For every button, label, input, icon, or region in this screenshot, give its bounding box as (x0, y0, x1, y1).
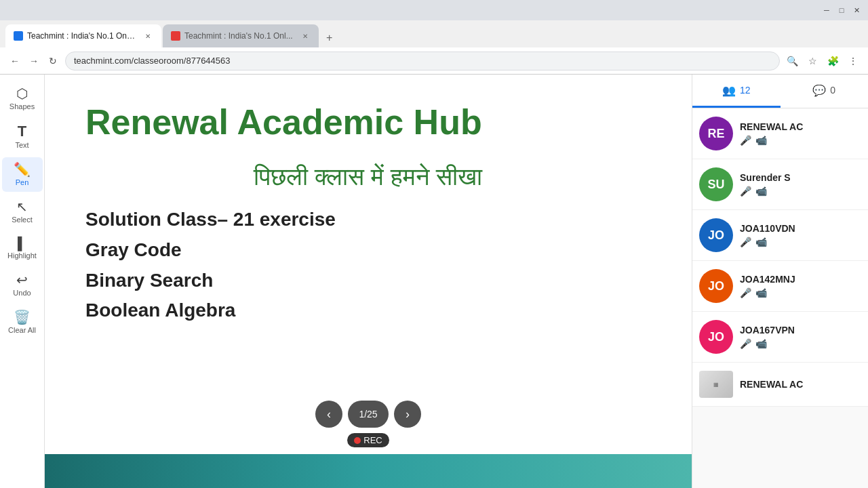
participant-info-p3: JOA110VDN 🎤 📹 (740, 223, 861, 247)
tab-label-1: Teachmint : India's No.1 Online... (27, 31, 136, 41)
participant-icons-p4: 🎤 📹 (740, 287, 861, 298)
new-tab-btn[interactable]: + (320, 28, 339, 47)
tool-highlight[interactable]: ▌ Highlight (2, 232, 43, 265)
list-item-1: Gray Code (85, 235, 651, 266)
participant-name-p3: JOA110VDN (740, 223, 861, 234)
canvas-area: Renewal Academic Hub पिछली क्लास में हमन… (45, 75, 692, 488)
participants-tab[interactable]: 👥 12 (692, 75, 781, 108)
participant-name-p1: RENEWAL AC (740, 121, 861, 132)
tab-favicon-1 (14, 31, 23, 41)
slide-controls: ‹ 1/25 › REC (315, 401, 421, 447)
list-item: JO JOA167VPN 🎤 📹 (692, 312, 868, 363)
avatar-initials-p5: JO (708, 330, 724, 344)
avatar-p1: RE (699, 117, 733, 150)
tab-close-2[interactable]: ✕ (300, 30, 311, 41)
cam-icon-p3: 📹 (755, 237, 767, 247)
slide-list: Solution Class– 21 exercise Gray Code Bi… (85, 205, 651, 326)
list-item-0: Solution Class– 21 exercise (85, 205, 651, 235)
list-item-3: Boolean Algebra (85, 296, 651, 326)
avatar-p4: JO (699, 269, 733, 303)
tab-1[interactable]: Teachmint : India's No.1 Online... ✕ (5, 24, 161, 47)
tool-shapes[interactable]: ⬡ Shapes (2, 81, 43, 116)
mic-icon-p5: 🎤 (740, 338, 751, 349)
tool-pen[interactable]: ✏️ Pen (2, 157, 43, 192)
right-panel: 👥 12 💬 0 RE RENEWAL AC 🎤 📹 (692, 75, 868, 488)
tab-label-2: Teachmint : India's No.1 Onl... (184, 31, 293, 41)
participant-name-p2: Surender S (740, 172, 861, 183)
avatar-p2: SU (699, 167, 733, 201)
minimize-btn[interactable]: ─ (821, 4, 833, 16)
close-btn[interactable]: ✕ (850, 4, 863, 16)
tool-select[interactable]: ↖ Select (2, 195, 43, 229)
text-label: Text (15, 141, 28, 149)
comments-count: 0 (830, 85, 835, 96)
select-icon: ↖ (16, 200, 28, 214)
list-item: RE RENEWAL AC 🎤 📹 (692, 108, 868, 159)
slide-decoration (45, 454, 692, 488)
rec-label: REC (363, 435, 382, 445)
tab-2[interactable]: Teachmint : India's No.1 Onl... ✕ (163, 24, 319, 47)
participant-name-p5: JOA167VPN (740, 325, 861, 336)
address-bar: ← → ↻ teachmint.com/classeoroom/87764456… (0, 47, 868, 75)
shapes-label: Shapes (9, 102, 35, 110)
menu-icon[interactable]: ⋮ (846, 54, 860, 68)
refresh-btn[interactable]: ↻ (46, 54, 60, 68)
back-btn[interactable]: ← (8, 54, 22, 68)
participant-list: RE RENEWAL AC 🎤 📹 SU Surender S (692, 108, 868, 488)
avatar-initials-p4: JO (708, 279, 724, 293)
avatar-p3: JO (699, 218, 733, 252)
rec-badge: REC (347, 433, 389, 447)
toolbar: ⬡ Shapes T Text ✏️ Pen ↖ Select ▌ Highli… (0, 75, 45, 488)
search-icon[interactable]: 🔍 (785, 54, 799, 68)
extension-icon[interactable]: 🧩 (826, 54, 840, 68)
cam-icon-p4: 📹 (755, 287, 767, 298)
rec-dot (354, 437, 361, 444)
tool-text[interactable]: T Text (2, 119, 43, 155)
list-item: JO JOA142MNJ 🎤 📹 (692, 261, 868, 312)
tab-close-1[interactable]: ✕ (142, 30, 153, 41)
clear-label: Clear All (8, 326, 36, 334)
list-item-2: Binary Search (85, 266, 651, 296)
tool-clear[interactable]: 🗑️ Clear All (2, 305, 43, 340)
highlight-label: Highlight (7, 251, 37, 260)
comments-icon: 💬 (812, 84, 826, 97)
slide-content: Renewal Academic Hub पिछली क्लास में हमन… (45, 75, 692, 441)
shapes-icon: ⬡ (16, 87, 28, 100)
highlight-icon: ▌ (18, 237, 26, 249)
maximize-btn[interactable]: □ (835, 4, 848, 16)
participant-info-p6: RENEWAL AC (740, 379, 861, 390)
undo-label: Undo (13, 289, 31, 297)
participants-count: 12 (740, 85, 751, 96)
avatar-initials-p1: RE (707, 127, 724, 141)
tab-favicon-2 (171, 31, 180, 41)
participant-name-p6: RENEWAL AC (740, 379, 861, 390)
pen-icon: ✏️ (14, 163, 31, 176)
cam-icon-p5: 📹 (755, 338, 767, 349)
screen-preview: ▦ (699, 371, 733, 398)
mic-icon-p4: 🎤 (740, 287, 751, 298)
panel-tabs: 👥 12 💬 0 (692, 75, 868, 108)
participant-info-p1: RENEWAL AC 🎤 📹 (740, 121, 861, 146)
star-icon[interactable]: ☆ (806, 54, 819, 68)
participant-icons-p2: 🎤 📹 (740, 186, 861, 197)
mic-icon-p1: 🎤 (740, 135, 751, 146)
undo-icon: ↩ (16, 273, 28, 287)
participant-icons-p1: 🎤 📹 (740, 135, 861, 146)
prev-slide-btn[interactable]: ‹ (315, 401, 342, 428)
forward-btn[interactable]: → (27, 54, 41, 68)
list-item: JO JOA110VDN 🎤 📹 (692, 210, 868, 261)
tool-undo[interactable]: ↩ Undo (2, 268, 43, 302)
avatar-initials-p3: JO (708, 228, 724, 243)
slide-counter: 1/25 (348, 401, 389, 428)
list-item: SU Surender S 🎤 📹 (692, 159, 868, 210)
participant-info-p2: Surender S 🎤 📹 (740, 172, 861, 197)
list-item: ▦ RENEWAL AC (692, 363, 868, 407)
main-area: ⬡ Shapes T Text ✏️ Pen ↖ Select ▌ Highli… (0, 75, 868, 488)
participant-info-p5: JOA167VPN 🎤 📹 (740, 325, 861, 349)
window-controls: ─ □ ✕ (821, 4, 863, 16)
address-input[interactable]: teachmint.com/classeoroom/877644563 (65, 52, 780, 70)
slide-title: Renewal Academic Hub (85, 102, 651, 142)
comments-tab[interactable]: 💬 0 (781, 75, 869, 108)
next-slide-btn[interactable]: › (394, 401, 421, 428)
participant-name-p4: JOA142MNJ (740, 274, 861, 285)
